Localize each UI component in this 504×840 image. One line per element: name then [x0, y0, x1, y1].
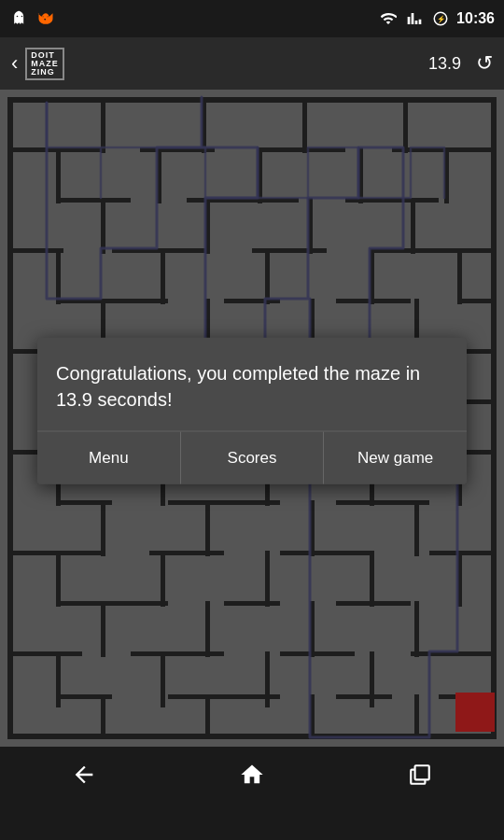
new-game-button[interactable]: New game: [324, 432, 467, 484]
scores-button[interactable]: Scores: [181, 432, 325, 484]
app-bar-right: 13.9 ↺: [428, 51, 493, 76]
ghost-icon: [9, 8, 30, 29]
back-button[interactable]: ‹: [11, 51, 18, 76]
refresh-button[interactable]: ↺: [476, 51, 493, 76]
back-nav-button[interactable]: [56, 747, 112, 803]
svg-text:⚡: ⚡: [437, 15, 446, 23]
status-left-icons: [9, 8, 56, 29]
nav-bar: [0, 747, 504, 803]
app-logo: DOIT MAZE ZING: [25, 48, 64, 80]
svg-rect-110: [415, 765, 429, 779]
cat-icon: [35, 8, 56, 29]
wifi-icon: [378, 8, 399, 29]
status-right-icons: ⚡ 10:36: [378, 8, 495, 29]
app-bar: ‹ DOIT MAZE ZING 13.9 ↺: [0, 37, 504, 90]
completion-dialog: Congratulations, you completed the maze …: [37, 338, 467, 484]
menu-button[interactable]: Menu: [37, 432, 181, 484]
dialog-message: Congratulations, you completed the maze …: [37, 338, 467, 431]
status-time: 10:36: [456, 10, 495, 27]
score-display: 13.9: [428, 54, 461, 74]
dialog-buttons: Menu Scores New game: [37, 431, 467, 484]
signal-icon: [404, 8, 425, 29]
app-bar-left: ‹ DOIT MAZE ZING: [11, 48, 64, 80]
recents-nav-button[interactable]: [392, 747, 448, 803]
battery-icon: ⚡: [430, 8, 451, 29]
maze-area: Congratulations, you completed the maze …: [0, 90, 504, 747]
logo-line3: ZING: [31, 68, 59, 77]
status-bar: ⚡ 10:36: [0, 0, 504, 37]
home-nav-button[interactable]: [224, 747, 280, 803]
